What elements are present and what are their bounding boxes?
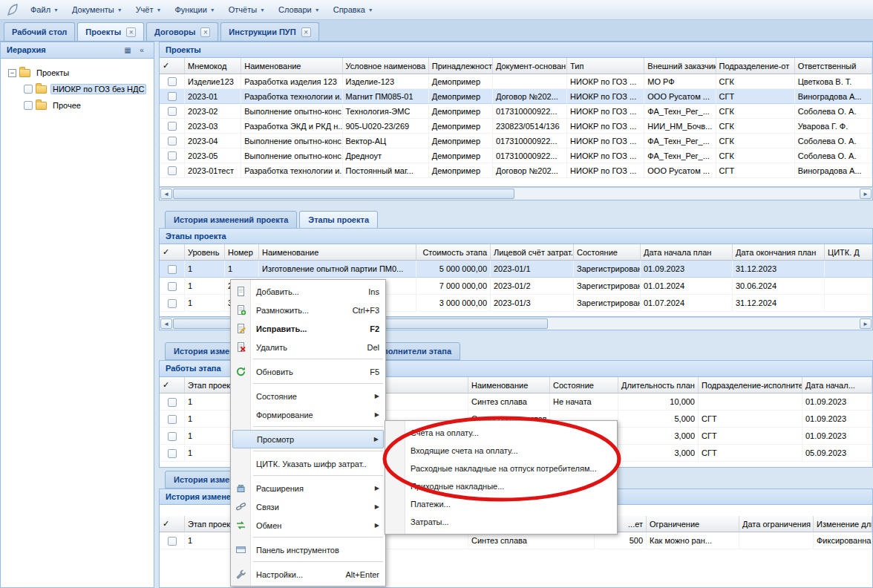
grid-cell[interactable]: 31.12.2024 [733, 295, 825, 312]
column-header[interactable]: Номер [225, 244, 259, 261]
tree-node-niokr-goz[interactable]: НИОКР по ГОЗ без НДС [4, 81, 151, 97]
menu-item-add[interactable]: Добавить...Ins [231, 282, 385, 301]
grid-cell[interactable]: МО РФ [644, 74, 716, 89]
menu-item-view[interactable]: Просмотр▶ [232, 430, 384, 448]
grid-cell[interactable]: 05.09.2023 [802, 445, 872, 462]
menu-item-toolbar-panel[interactable]: Панель инструментов [231, 540, 385, 559]
grid-cell[interactable]: Синтез сплава [468, 393, 550, 411]
grid-cell[interactable]: 01.01.2024 [641, 278, 733, 295]
column-header[interactable]: Длительность план ▼ [618, 377, 699, 393]
close-tab-icon[interactable]: × [200, 27, 210, 37]
grid-cell[interactable]: 1 [225, 261, 259, 278]
column-header[interactable]: Принадлежность [429, 58, 493, 74]
menu-item-extensions[interactable]: Расширения▶ [231, 479, 385, 497]
tree-node-other[interactable]: Прочее [4, 97, 151, 114]
grid-cell[interactable]: НИОКР по ГОЗ ... [567, 104, 644, 119]
grid-cell[interactable]: Демопример [429, 89, 493, 104]
column-header[interactable]: Дата ограничения [739, 516, 814, 532]
grid-cell[interactable]: 01.09.2023 [802, 393, 872, 411]
grid-cell[interactable]: ФА_Техн_Рег_... [644, 148, 716, 163]
tab-pup-instructions[interactable]: Инструкции ПУП× [220, 22, 318, 41]
grid-cell[interactable]: НИОКР по ГОЗ ... [567, 163, 644, 178]
grid-cell[interactable] [825, 278, 873, 295]
row-checkbox[interactable] [168, 107, 177, 116]
menu-item-exchange[interactable]: Обмен▶ [231, 516, 385, 535]
submenu-item[interactable]: Платежи... [385, 495, 617, 513]
row-checkbox[interactable] [168, 432, 177, 441]
tab-desktop[interactable]: Рабочий стол [4, 22, 75, 41]
grid-cell[interactable]: Зарегистрирован [574, 295, 641, 312]
grid-cell[interactable]: СГТ [716, 163, 795, 178]
grid-cell[interactable]: Соболева О. А. [795, 148, 872, 163]
grid-cell[interactable]: 1 [185, 295, 225, 312]
grid-cell[interactable]: 017310000922... [493, 148, 567, 163]
menu-reports[interactable]: Отчёты▼ [222, 3, 272, 16]
grid-cell[interactable]: НИОКР по ГОЗ ... [567, 74, 644, 89]
grid-cell[interactable]: Не начата [550, 393, 618, 411]
collapse-toggle-icon[interactable]: − [8, 69, 16, 77]
grid-cell[interactable]: Уварова Г. Ф. [795, 119, 872, 134]
column-header[interactable]: Наименование [259, 244, 416, 261]
table-row[interactable]: 2023-05Выполнение опытно-конс...Дредноут… [160, 148, 872, 163]
scroll-thumb[interactable] [173, 189, 514, 199]
grid-cell[interactable]: Зарегистрирован [574, 261, 641, 278]
grid-cell[interactable]: НИОКР по ГОЗ ... [567, 89, 644, 104]
grid-cell[interactable]: Выполнение опытно-конс... [241, 104, 342, 119]
menu-functions[interactable]: Функции▼ [168, 3, 221, 16]
select-column-header[interactable]: ✓ [160, 244, 185, 261]
column-header[interactable]: Состояние [574, 244, 641, 261]
grid-cell[interactable]: 2023-01/2 [491, 278, 574, 295]
scroll-left-icon[interactable]: ◄ [160, 318, 172, 329]
grid-cell[interactable]: ФА_Техн_Рег_... [644, 134, 716, 148]
submenu-item[interactable]: Счета на оплату... [385, 424, 617, 442]
grid-cell[interactable]: Как можно ран... [647, 532, 739, 549]
grid-cell[interactable]: 30.06.2024 [733, 278, 825, 295]
grid-cell[interactable]: Разработка ЭКД и РКД н... [241, 119, 342, 134]
column-header[interactable]: Наименование [241, 58, 342, 74]
grid-cell[interactable]: СГТ [716, 89, 795, 104]
scroll-left-icon[interactable]: ◄ [160, 189, 172, 199]
grid-cell[interactable]: Синтез сплава [468, 532, 595, 549]
select-column-header[interactable]: ✓ [160, 58, 185, 74]
row-checkbox[interactable] [168, 77, 177, 86]
menu-dictionaries[interactable]: Словари▼ [272, 3, 327, 16]
menu-item-settings[interactable]: Настройки...Alt+Enter [231, 565, 385, 584]
submenu-item[interactable]: Затраты... [385, 513, 617, 531]
grid-cell[interactable]: 2023-05 [185, 148, 241, 163]
grid-cell[interactable] [493, 74, 567, 89]
table-row[interactable]: 2023-02Выполнение опытно-конс...Технолог… [160, 104, 872, 119]
grid-cell[interactable]: ООО Русатом ... [644, 163, 716, 178]
grid-cell[interactable]: Договор №202... [493, 163, 567, 178]
grid-cell[interactable]: Демопример [429, 119, 493, 134]
grid-cell[interactable]: 017310000922... [493, 104, 567, 119]
menu-item-refresh[interactable]: ОбновитьF5 [231, 362, 385, 381]
column-header[interactable]: Ограничение [647, 516, 739, 532]
close-tab-icon[interactable]: × [126, 27, 136, 37]
grid-cell[interactable]: 5,000 [618, 411, 699, 428]
grid-cell[interactable] [825, 295, 873, 312]
grid-cell[interactable] [699, 393, 802, 411]
menu-accounting[interactable]: Учёт▼ [129, 3, 169, 16]
grid-cell[interactable]: Виноградова А... [795, 89, 872, 104]
tree-checkbox[interactable] [24, 101, 33, 110]
menu-help[interactable]: Справка▼ [327, 3, 380, 16]
row-checkbox[interactable] [168, 92, 177, 101]
column-header[interactable]: Подразделение-от [716, 58, 795, 74]
collapse-panel-icon[interactable]: « [136, 45, 148, 56]
grid-cell[interactable]: НИИ_НМ_Бочв... [644, 119, 716, 134]
column-header[interactable]: Мнемокод [185, 58, 241, 74]
column-header[interactable]: Наименование [468, 377, 550, 393]
table-row[interactable]: 2023-01Разработка технологии и...Магнит … [160, 89, 872, 104]
row-checkbox[interactable] [168, 151, 177, 160]
grid-cell[interactable]: 2023-01/3 [491, 295, 574, 312]
column-header[interactable]: Состояние [550, 377, 618, 393]
column-header[interactable]: Дата начал... [802, 377, 872, 393]
grid-cell[interactable]: Виноградова А... [795, 163, 872, 178]
grid-cell[interactable]: 2023-01 [185, 89, 241, 104]
grid-cell[interactable]: СГК [716, 119, 795, 134]
grid-cell[interactable]: 1 [185, 278, 225, 295]
column-header[interactable]: Тип [567, 58, 644, 74]
grid-cell[interactable]: СГК [716, 148, 795, 163]
grid-cell[interactable]: Цветкова В. Т. [795, 74, 872, 89]
grid-cell[interactable]: 905-U020-23/269 [343, 119, 429, 134]
